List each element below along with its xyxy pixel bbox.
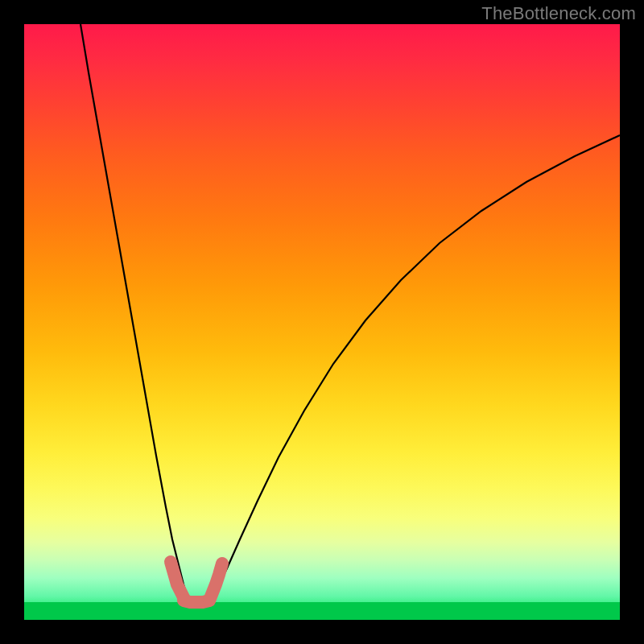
series-left-branch xyxy=(80,24,188,598)
series-right-branch xyxy=(211,135,620,598)
watermark-text: TheBottleneck.com xyxy=(481,3,636,24)
curve-svg xyxy=(24,24,620,620)
chart-frame: TheBottleneck.com xyxy=(0,0,644,644)
plot-area xyxy=(24,24,620,620)
series-cap-right xyxy=(209,564,222,601)
